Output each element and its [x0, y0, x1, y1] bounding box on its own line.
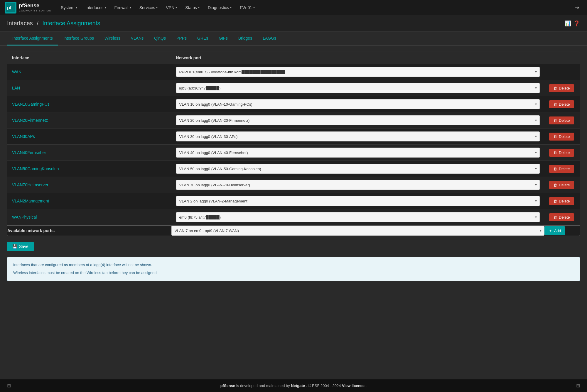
- tab-laggs[interactable]: LAGGs: [257, 32, 281, 45]
- save-button[interactable]: 💾 Save: [7, 242, 34, 251]
- port-select[interactable]: VLAN 2 on lagg0 (VLAN-2-Management): [176, 196, 540, 206]
- brand-text: pfSense COMMUNITY EDITION: [19, 3, 51, 12]
- tab-wireless[interactable]: Wireless: [99, 32, 126, 45]
- interface-cell: VLAN40Fernseher: [7, 145, 171, 161]
- trash-icon: 🗑: [553, 167, 557, 171]
- col-interface-header: Interface: [7, 52, 171, 64]
- footer-text-post: . © ESF 2004 - 2024: [306, 383, 342, 388]
- port-select[interactable]: VLAN 20 on lagg0 (VLAN-20-Firmennetz): [176, 115, 540, 125]
- nav-status[interactable]: Status ▾: [182, 4, 203, 12]
- page-header: Interfaces / Interface Assignments 📊 ❓: [0, 15, 587, 32]
- interface-cell: VLAN20Firmennetz: [7, 112, 171, 129]
- port-select[interactable]: VLAN 50 on lagg0 (VLAN-50-Gaming-Konsole…: [176, 164, 540, 174]
- port-select[interactable]: VLAN 30 on lagg0 (VLAN-30-APs): [176, 131, 540, 141]
- port-cell: VLAN 30 on lagg0 (VLAN-30-APs)▾: [171, 129, 544, 145]
- chart-icon[interactable]: 📊: [565, 20, 571, 27]
- port-select[interactable]: VLAN 10 on lagg0 (VLAN-10-Gaming-PCs): [176, 99, 540, 109]
- tab-bridges[interactable]: Bridges: [233, 32, 257, 45]
- tab-gifs[interactable]: GIFs: [213, 32, 233, 45]
- nav-interfaces[interactable]: Interfaces ▾: [82, 4, 109, 12]
- tab-interface-assignments[interactable]: Interface Assignments: [7, 32, 58, 45]
- chevron-down-icon: ▾: [105, 6, 106, 9]
- select-wrapper: VLAN 40 on lagg0 (VLAN-40-Fernseher)▾: [176, 148, 540, 158]
- logout-icon[interactable]: ⇥: [572, 3, 582, 12]
- action-cell: 🗑 Delete: [544, 177, 580, 193]
- port-select[interactable]: PPPOE1(em0.7) - vodafone-ftth.kom███████…: [176, 67, 540, 77]
- port-select-wrapper: VLAN 50 on lagg0 (VLAN-50-Gaming-Konsole…: [176, 164, 540, 174]
- tab-gres[interactable]: GREs: [192, 32, 213, 45]
- trash-icon: 🗑: [553, 134, 557, 139]
- footer-text-mid: is developed and maintained by: [236, 383, 291, 388]
- interface-cell: VLAN30APs: [7, 129, 171, 145]
- breadcrumb-parent: Interfaces / Interface Assignments: [7, 20, 100, 27]
- info-message-2: Wireless interfaces must be created on t…: [13, 270, 574, 276]
- port-cell: VLAN 20 on lagg0 (VLAN-20-Firmennetz)▾: [171, 112, 544, 129]
- interface-link[interactable]: VLAN20Firmennetz: [12, 118, 48, 123]
- port-select-wrapper: em0 (f8:75:a4:7█████)▾: [176, 212, 540, 222]
- trash-icon: 🗑: [553, 102, 557, 107]
- tab-ppps[interactable]: PPPs: [171, 32, 192, 45]
- port-select[interactable]: igb3 (a0:36:9f:7█████): [176, 83, 540, 93]
- help-icon[interactable]: ❓: [573, 20, 580, 27]
- chevron-down-icon: ▾: [130, 6, 131, 9]
- delete-button[interactable]: 🗑 Delete: [549, 149, 574, 157]
- nav-system[interactable]: System ▾: [57, 4, 81, 12]
- delete-button[interactable]: 🗑 Delete: [549, 181, 574, 189]
- navbar-right: ⇥: [572, 4, 582, 11]
- table-row: WANPPPOE1(em0.7) - vodafone-ftth.kom████…: [7, 64, 580, 80]
- delete-button[interactable]: 🗑 Delete: [549, 197, 574, 205]
- footer-view-license[interactable]: View license: [342, 383, 365, 388]
- port-select[interactable]: em0 (f8:75:a4:7█████): [176, 212, 540, 222]
- interface-link[interactable]: VLAN50GamingKonsolen: [12, 166, 59, 171]
- interface-link[interactable]: VLAN10GamingPCs: [12, 102, 50, 107]
- interface-link[interactable]: WAN: [12, 70, 21, 74]
- navbar: pf pfSense COMMUNITY EDITION System ▾ In…: [0, 0, 587, 15]
- footer-left-icon[interactable]: ⊞: [7, 383, 11, 388]
- table-row: VLAN2ManagementVLAN 2 on lagg0 (VLAN-2-M…: [7, 193, 580, 209]
- interface-link[interactable]: VLAN40Fernseher: [12, 150, 46, 155]
- brand-sub: COMMUNITY EDITION: [19, 9, 51, 12]
- interface-cell: WANPhysical: [7, 209, 171, 226]
- delete-button[interactable]: 🗑 Delete: [549, 165, 574, 173]
- available-port-select[interactable]: VLAN 7 on em0 - opt9 (VLAN 7 WAN): [171, 226, 544, 236]
- port-select[interactable]: VLAN 40 on lagg0 (VLAN-40-Fernseher): [176, 148, 540, 158]
- interface-link[interactable]: WANPhysical: [12, 215, 37, 219]
- nav-fw01[interactable]: FW-01 ▾: [236, 4, 258, 12]
- tab-interface-groups[interactable]: Interface Groups: [58, 32, 99, 45]
- port-select[interactable]: VLAN 70 on lagg0 (VLAN-70-Heimserver): [176, 180, 540, 190]
- interface-link[interactable]: VLAN30APs: [12, 134, 35, 139]
- port-select-wrapper: VLAN 20 on lagg0 (VLAN-20-Firmennetz)▾: [176, 115, 540, 125]
- delete-button[interactable]: 🗑 Delete: [549, 213, 574, 221]
- port-select-wrapper: VLAN 10 on lagg0 (VLAN-10-Gaming-PCs)▾: [176, 99, 540, 109]
- breadcrumb-current: Interface Assignments: [43, 20, 100, 26]
- available-port-row: VLAN 7 on em0 - opt9 (VLAN 7 WAN) ▾: [171, 226, 544, 236]
- trash-icon: 🗑: [553, 86, 557, 90]
- tab-vlans[interactable]: VLANs: [126, 32, 149, 45]
- tab-qinqs[interactable]: QinQs: [149, 32, 171, 45]
- nav-diagnostics[interactable]: Diagnostics ▾: [204, 4, 235, 12]
- interface-link[interactable]: LAN: [12, 86, 20, 90]
- header-icons: 📊 ❓: [565, 20, 580, 27]
- delete-button[interactable]: 🗑 Delete: [549, 116, 574, 124]
- footer-right-icon[interactable]: ⊞: [576, 383, 580, 388]
- port-select-wrapper: VLAN 70 on lagg0 (VLAN-70-Heimserver)▾: [176, 180, 540, 190]
- delete-button[interactable]: 🗑 Delete: [549, 133, 574, 141]
- interface-link[interactable]: VLAN2Management: [12, 199, 49, 203]
- action-cell: [544, 64, 580, 80]
- delete-button[interactable]: 🗑 Delete: [549, 100, 574, 108]
- save-area: 💾 Save: [7, 242, 580, 251]
- delete-button[interactable]: 🗑 Delete: [549, 84, 574, 92]
- add-button[interactable]: ＋ Add: [544, 226, 565, 235]
- available-port-select-wrapper: VLAN 7 on em0 - opt9 (VLAN 7 WAN) ▾: [171, 226, 544, 236]
- nav-vpn[interactable]: VPN ▾: [162, 4, 181, 12]
- nav-services[interactable]: Services ▾: [136, 4, 161, 12]
- select-wrapper: VLAN 30 on lagg0 (VLAN-30-APs)▾: [176, 131, 540, 141]
- nav-firewall[interactable]: Firewall ▾: [111, 4, 135, 12]
- action-cell: 🗑 Delete: [544, 129, 580, 145]
- table-row: VLAN20FirmennetzVLAN 20 on lagg0 (VLAN-2…: [7, 112, 580, 129]
- interface-link[interactable]: VLAN70Heimserver: [12, 183, 48, 187]
- trash-icon: 🗑: [553, 183, 557, 187]
- action-cell: 🗑 Delete: [544, 96, 580, 112]
- chevron-down-icon: ▾: [76, 6, 77, 9]
- select-wrapper: VLAN 70 on lagg0 (VLAN-70-Heimserver)▾: [176, 180, 540, 190]
